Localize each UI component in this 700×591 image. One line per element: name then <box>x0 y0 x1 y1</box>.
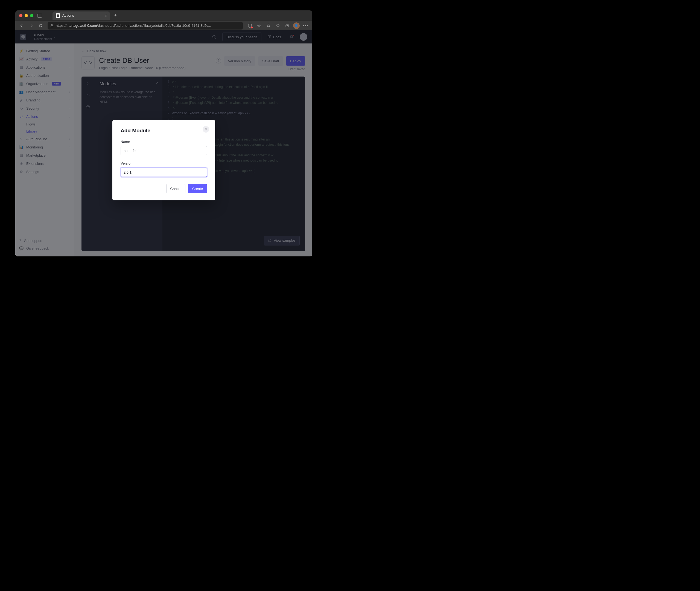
bookmark-icon[interactable] <box>265 22 272 29</box>
app-root: ruheni Development ⌄ Discuss your needs … <box>15 30 312 256</box>
create-button[interactable]: Create <box>188 184 207 193</box>
tab-close-icon[interactable]: × <box>105 13 107 18</box>
titlebar: Actions × + <box>15 10 312 20</box>
sidebar-toggle[interactable] <box>37 14 42 17</box>
browser-tab[interactable]: Actions × <box>53 11 110 20</box>
url-text: https://manage.auth0.com/dashboard/us/ru… <box>56 23 240 27</box>
svg-rect-0 <box>51 25 53 27</box>
tab-title: Actions <box>62 13 74 17</box>
auth0-favicon <box>56 13 60 18</box>
window-minimize[interactable] <box>24 14 28 17</box>
new-tab-button[interactable]: + <box>112 12 119 19</box>
svg-line-2 <box>260 26 261 27</box>
cancel-button[interactable]: Cancel <box>166 184 185 193</box>
url-box[interactable]: https://manage.auth0.com/dashboard/us/ru… <box>48 22 243 29</box>
url-bar-row: https://manage.auth0.com/dashboard/us/ru… <box>15 20 312 30</box>
reload-button[interactable] <box>37 22 44 29</box>
module-name-input[interactable] <box>121 146 207 155</box>
profile-avatar[interactable]: 👤 <box>293 22 300 29</box>
modal-close-button[interactable]: ✕ <box>203 126 209 133</box>
modal-title: Add Module <box>121 128 207 134</box>
browser-window: Actions × + https://manage.auth0.com/das… <box>15 10 312 256</box>
back-button[interactable] <box>18 22 26 29</box>
forward-button[interactable] <box>27 22 35 29</box>
add-module-modal: ✕ Add Module Name Version Cancel Create <box>112 120 215 200</box>
lock-icon <box>50 24 54 27</box>
tabstrip: Actions × + <box>53 11 119 20</box>
share-icon[interactable] <box>283 22 291 29</box>
shield-icon[interactable] <box>246 22 254 29</box>
modal-overlay[interactable]: ✕ Add Module Name Version Cancel Create <box>15 30 312 256</box>
window-zoom[interactable] <box>30 14 34 17</box>
extensions-icon[interactable] <box>274 22 281 29</box>
module-version-input[interactable] <box>121 168 207 177</box>
zoom-icon[interactable] <box>255 22 263 29</box>
version-label: Version <box>121 161 207 166</box>
window-close[interactable] <box>19 14 22 17</box>
overflow-menu[interactable]: ••• <box>302 22 310 29</box>
name-label: Name <box>121 140 207 144</box>
